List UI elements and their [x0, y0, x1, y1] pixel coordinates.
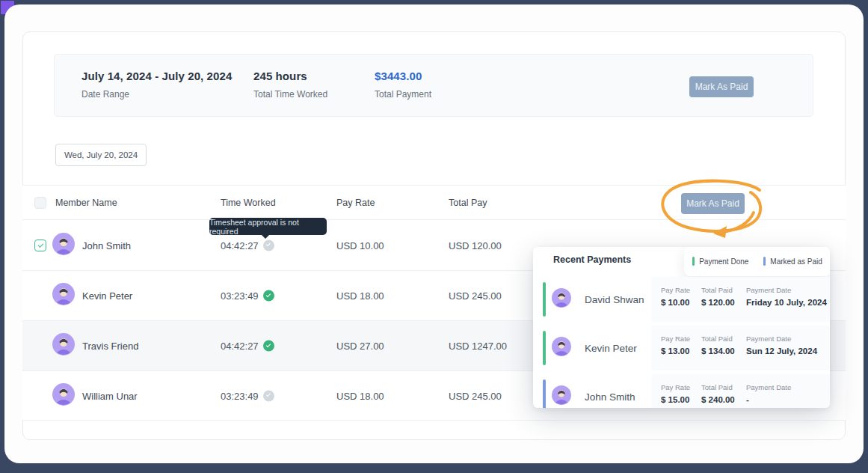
check-icon [266, 292, 271, 296]
total-payment-label: Total Payment [375, 89, 431, 100]
total-pay: USD 1247.00 [449, 341, 507, 352]
total-pay: USD 245.00 [449, 290, 502, 302]
time-worked: 03:23:49 [221, 390, 259, 401]
stat-total-time: 245 hours Total Time Worked [253, 70, 327, 100]
tooltip-text: Timesheet approval is not required [209, 218, 327, 236]
avatar [52, 283, 75, 308]
payee-name: David Shwan [585, 294, 644, 305]
member-name: John Smith [82, 239, 131, 251]
legend-payment-done: Payment Done [692, 257, 748, 266]
summary-bar: July 14, 2024 - July 20, 2024 Date Range… [54, 54, 813, 117]
time-worked: 03:23:49 [221, 290, 259, 302]
table-header: Member Name Time Worked Pay Rate Total P… [22, 185, 846, 220]
time-worked: 04:42:27 [221, 239, 259, 251]
check-icon [266, 392, 271, 397]
date-chip[interactable]: Wed, July 20, 2024 [55, 144, 147, 166]
pay-rate-col: Pay Rate $ 13.00 [661, 335, 690, 355]
payee-name: Kevin Peter [585, 343, 637, 354]
approval-status-icon[interactable] [263, 239, 274, 251]
approval-status-icon[interactable] [263, 290, 274, 302]
stat-total-payment: $3443.00 Total Payment [375, 70, 431, 100]
col-header-rate: Pay Rate [336, 198, 375, 208]
col-header-total: Total Pay [449, 198, 487, 208]
member-name: William Unar [82, 390, 138, 401]
pay-rate: USD 27.00 [336, 341, 384, 352]
col-header-time: Time Worked [221, 198, 276, 208]
payment-row[interactable]: John Smith Pay Rate $ 15.00 Total Paid $… [533, 373, 830, 408]
pay-rate: USD 10.00 [336, 239, 384, 251]
pay-rate: USD 18.00 [336, 290, 384, 302]
screen: July 14, 2024 - July 20, 2024 Date Range… [0, 0, 868, 473]
payment-date-col: Payment Date Friday 10 July, 2024 [746, 286, 827, 307]
tooltip-caret [262, 235, 269, 239]
check-icon [38, 242, 44, 248]
payment-done-swatch [692, 257, 695, 266]
stat-date-range: July 14, 2024 - July 20, 2024 Date Range [81, 70, 232, 100]
mark-as-paid-button-table[interactable]: Mark As Paid [681, 193, 745, 214]
avatar [52, 333, 75, 358]
row-checkbox-checked[interactable] [34, 239, 46, 251]
marked-as-paid-swatch [763, 257, 766, 266]
payment-row[interactable]: David Shwan Pay Rate $ 10.00 Total Paid … [533, 275, 830, 323]
avatar [52, 233, 75, 258]
payee-name: John Smith [585, 391, 635, 403]
select-all-checkbox[interactable] [34, 197, 46, 209]
legend-marked-as-paid: Marked as Paid [763, 257, 822, 266]
total-paid-col: Total Paid $ 240.00 [701, 383, 735, 404]
date-range-label: Date Range [81, 89, 232, 100]
total-pay: USD 120.00 [449, 239, 502, 251]
payments-legend: Payment Done Marked as Paid [684, 247, 830, 276]
total-pay: USD 245.00 [449, 390, 502, 401]
status-bar [543, 331, 546, 365]
col-header-member: Member Name [55, 198, 117, 208]
total-time-label: Total Time Worked [253, 89, 327, 100]
status-bar [543, 282, 546, 317]
date-range-value: July 14, 2024 - July 20, 2024 [81, 70, 232, 82]
pay-rate: USD 18.00 [336, 390, 384, 401]
total-paid-col: Total Paid $ 120.00 [701, 286, 735, 307]
recent-payments-title: Recent Payments [553, 254, 631, 265]
payment-date-col: Payment Date Sun 12 July, 2024 [746, 335, 817, 355]
member-name: Kevin Peter [82, 290, 132, 302]
total-time-value: 245 hours [253, 70, 327, 82]
check-icon [266, 342, 271, 347]
payment-date-col: Payment Date - [746, 383, 791, 404]
pay-rate-col: Pay Rate $ 10.00 [661, 286, 690, 307]
mark-as-paid-button-summary[interactable]: Mark As Paid [689, 76, 754, 97]
approval-status-icon[interactable] [263, 390, 274, 401]
time-worked: 04:42:27 [221, 341, 259, 352]
avatar [552, 288, 571, 311]
tooltip: Timesheet approval is not required [209, 218, 327, 235]
avatar [552, 385, 571, 408]
pay-rate-col: Pay Rate $ 15.00 [661, 383, 690, 404]
avatar [52, 383, 75, 409]
member-name: Travis Friend [82, 341, 138, 352]
check-icon [266, 242, 271, 246]
status-bar [543, 379, 546, 408]
approval-status-icon[interactable] [263, 341, 274, 352]
payment-row[interactable]: Kevin Peter Pay Rate $ 13.00 Total Paid … [533, 324, 830, 372]
total-paid-col: Total Paid $ 134.00 [701, 335, 735, 355]
avatar [552, 337, 571, 359]
recent-payments-panel: Recent Payments Payment Done Marked as P… [533, 247, 830, 408]
total-payment-value: $3443.00 [375, 70, 431, 82]
